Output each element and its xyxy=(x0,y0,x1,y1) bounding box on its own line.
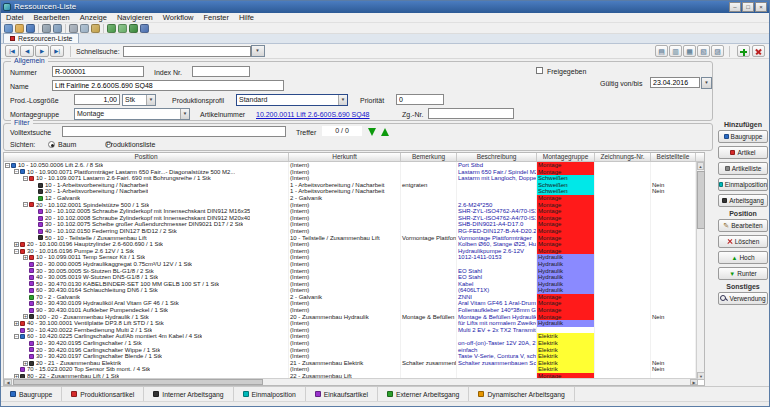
move-down-button[interactable]: ▼ Runter xyxy=(718,267,768,280)
radio-baum[interactable] xyxy=(48,141,55,148)
losgroesse-field[interactable] xyxy=(74,94,120,105)
refresh-icon[interactable] xyxy=(129,24,138,33)
column-header-beschreibung[interactable]: Beschreibung xyxy=(457,153,537,161)
table-row[interactable]: 40 - 10.102.0150 Federring DIN127 B/D12 … xyxy=(4,228,698,235)
table-row[interactable]: 20 - 30.420.0196 Carlingschalter Wippe /… xyxy=(4,347,698,354)
legend-item-dynamisch[interactable]: Dynamischer Arbeitsgang xyxy=(469,387,574,402)
next-record-button[interactable]: ▶ xyxy=(35,45,49,57)
expand-icon[interactable]: + xyxy=(23,361,28,366)
table-row[interactable]: −20 - 10.102.0001 Spindelstütze 500 / 1 … xyxy=(4,202,698,209)
table-row[interactable]: 12 - Galvanik2 - GalvanikMontage xyxy=(4,195,698,202)
minimize-button[interactable]: – xyxy=(729,2,741,12)
expand-icon[interactable]: + xyxy=(14,321,19,326)
menu-item-workflow[interactable]: Workflow xyxy=(158,13,199,23)
last-record-button[interactable]: ▶| xyxy=(50,45,64,57)
close-button[interactable]: × xyxy=(755,2,767,12)
legend-item-einkauf[interactable]: Einkaufsartikel xyxy=(306,387,378,402)
produktionsprofil-select[interactable]: Standard ▼ xyxy=(236,94,348,106)
maximize-button[interactable]: □ xyxy=(742,2,754,12)
column-header-bemerkung[interactable]: Bemerkung xyxy=(401,153,457,161)
table-row[interactable]: 10 - 1-Arbeitsvorbereitung / Nacharbeit1… xyxy=(4,182,698,189)
table-row[interactable]: 20 - 30.000.0005 Hydraulikaggregat 0.75c… xyxy=(4,261,698,268)
undo-icon[interactable] xyxy=(107,24,116,33)
delete-position-button[interactable]: Löschen xyxy=(718,235,768,248)
menu-item-anzeige[interactable]: Anzeige xyxy=(75,13,112,23)
copy-icon[interactable] xyxy=(80,24,89,33)
table-row[interactable]: 20 - 1-Arbeitsvorbereitung / Nacharbeit1… xyxy=(4,188,698,195)
add-record-button[interactable] xyxy=(737,45,750,57)
nummer-field[interactable] xyxy=(52,66,144,77)
add-artikelliste-button[interactable]: Artikelliste xyxy=(718,162,768,175)
legend-item-einmal[interactable]: Einmalposition xyxy=(234,387,306,402)
table-row[interactable]: 80 - 30.430.0109 Hydrauliköl Aral Vitam … xyxy=(4,300,698,307)
table-row[interactable]: −10 - 10.050.0006 Lift 2.6. / 8 Stk(Inte… xyxy=(4,162,698,169)
volltextsuche-input[interactable] xyxy=(62,126,286,137)
table-row[interactable]: 30 - 30.420.0197 Carlingschalter Blende … xyxy=(4,353,698,360)
table-row[interactable]: 70 - 2 - Galvanik2 - GalvanikZNNIMontage xyxy=(4,294,698,301)
table-row[interactable]: −60 - 10.420.0225 Carlingschalter Auf/Ab… xyxy=(4,333,698,340)
scrollbar-thumb[interactable] xyxy=(697,171,705,229)
table-row[interactable]: 10 - 10.102.0005 Schraube Zylinderkopf m… xyxy=(4,208,698,215)
export-icon[interactable]: ▥ xyxy=(669,45,682,57)
table-row[interactable]: 10 - 30.420.0195 Carlingschalter / 1 Stk… xyxy=(4,340,698,347)
expand-icon[interactable]: + xyxy=(23,255,28,260)
column-header-position[interactable]: Position xyxy=(4,153,289,161)
collapse-icon[interactable]: − xyxy=(5,163,10,168)
save-icon[interactable] xyxy=(26,24,35,33)
vertical-scrollbar[interactable]: ▲ ▼ xyxy=(696,162,704,380)
table-row[interactable]: 50 - 10 - Teilstelle / Zusammenbau Lift1… xyxy=(4,235,698,242)
table-row[interactable]: 40 - 30.005.0019 W-Stutzen DN5-G1/8 / 1 … xyxy=(4,274,698,281)
previous-record-button[interactable]: ◀ xyxy=(20,45,34,57)
table-row[interactable]: 20 - 10.102.0008 Schraube Zylinderkopf m… xyxy=(4,215,698,222)
collapse-icon[interactable]: − xyxy=(23,176,28,181)
redo-icon[interactable] xyxy=(118,24,127,33)
losgroesse-unit-select[interactable]: Stk ▼ xyxy=(122,94,156,106)
paste-icon[interactable] xyxy=(91,24,100,33)
table-row[interactable]: +100 - 20 - Zusammenbau Hydraulik / 1 St… xyxy=(4,314,698,321)
index-field[interactable] xyxy=(192,66,250,77)
gueltig-von-bis-field[interactable] xyxy=(650,77,700,88)
zgnr-field[interactable] xyxy=(428,108,514,119)
collapse-icon[interactable]: − xyxy=(14,249,19,254)
gueltig-picker-button[interactable]: ▼ xyxy=(701,77,712,89)
report-icon[interactable]: ▧ xyxy=(697,45,710,57)
add-einmalposition-button[interactable]: Einmalposition xyxy=(718,178,768,191)
expand-icon[interactable]: + xyxy=(14,242,19,247)
help-icon[interactable] xyxy=(140,24,149,33)
scroll-down-icon[interactable]: ▼ xyxy=(697,372,705,380)
table-row[interactable]: 60 - 30.430.0164 Schlauchleitung DN6 / 1… xyxy=(4,287,698,294)
edit-position-button[interactable]: ✎ Bearbeiten xyxy=(718,219,768,232)
previous-match-icon[interactable] xyxy=(381,128,389,136)
table-row[interactable]: 30 - 10.102.0075 Scheibe großer Außendur… xyxy=(4,221,698,228)
add-baugruppe-button[interactable]: Baugruppe xyxy=(718,130,768,143)
table-row[interactable]: 90 - 30.430.0101 Aufkleber Pumpendeckel … xyxy=(4,307,698,314)
prioritaet-field[interactable] xyxy=(396,94,444,105)
scrollbar-thumb[interactable] xyxy=(13,379,263,385)
table-row[interactable]: −10 - 10.900.0071 Plattformträger Lastar… xyxy=(4,169,698,176)
next-match-icon[interactable] xyxy=(368,128,376,136)
legend-item-intern[interactable]: Interner Arbeitsgang xyxy=(144,387,233,402)
horizontal-scrollbar[interactable]: ◀ ▶ xyxy=(4,378,698,385)
scroll-right-icon[interactable]: ▶ xyxy=(690,379,698,385)
new-icon[interactable] xyxy=(4,24,13,33)
expand-icon[interactable]: + xyxy=(23,314,28,319)
table-row[interactable]: +20 - 21 - Zusammenbau Elektrik21 - Zusa… xyxy=(4,360,698,367)
open-icon[interactable] xyxy=(15,24,24,33)
table-row[interactable]: 50 - 10.420.0022 Fernbedienung Multi 2 /… xyxy=(4,327,698,334)
collapse-icon[interactable]: − xyxy=(14,334,19,339)
scroll-left-icon[interactable]: ◀ xyxy=(4,379,12,385)
preview-icon[interactable] xyxy=(53,24,62,33)
menu-item-navigieren[interactable]: Navigieren xyxy=(112,13,158,23)
collapse-icon[interactable]: − xyxy=(23,202,28,207)
add-artikel-button[interactable]: Artikel xyxy=(718,146,768,159)
tab-ressourcen-liste[interactable]: Ressourcen-Liste xyxy=(3,33,79,43)
table-row[interactable]: −10 - 10.109.0071 Lastarm 2.6-Fairl. 690… xyxy=(4,175,698,182)
table-row[interactable]: +40 - 30.100.0001 Ventilplatte DP3.8 Lif… xyxy=(4,320,698,327)
table-row[interactable]: 50 - 30.470.0130 KABELBINDER-SET 100 MM … xyxy=(4,281,698,288)
legend-item-produktionsartikel[interactable]: Produktionsartikel xyxy=(62,387,144,402)
legend-item-baugruppe[interactable]: Baugruppe xyxy=(1,387,62,402)
column-header-zeichnungs-nr-[interactable]: Zeichnungs-Nr. xyxy=(595,153,651,161)
settings-icon[interactable]: ▨ xyxy=(711,45,724,57)
move-up-button[interactable]: ▲ Hoch xyxy=(718,251,768,264)
table-row[interactable]: −30 - 10.016.0196 Pumpe 2.6 12V / 1 Stk(… xyxy=(4,248,698,255)
